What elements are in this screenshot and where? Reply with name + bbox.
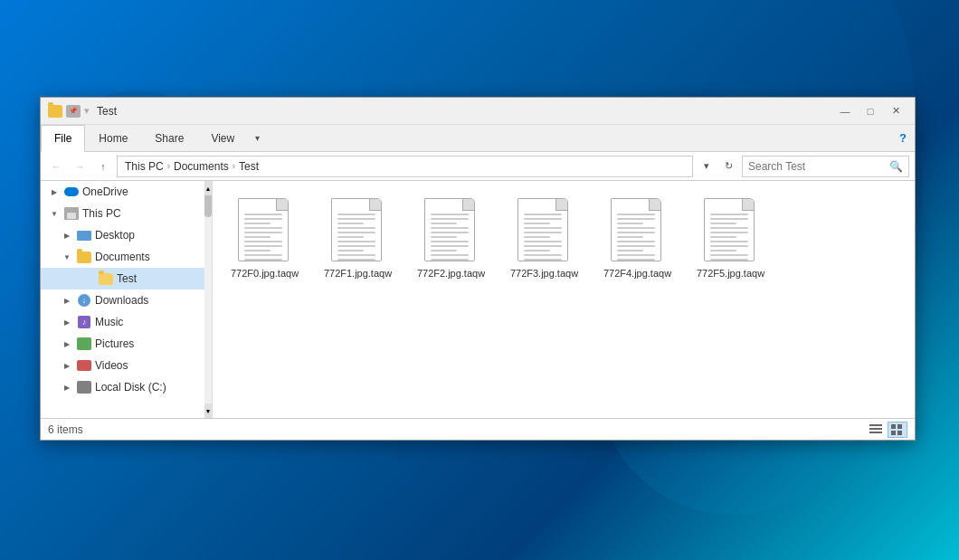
expand-arrow-thispc: ▼ (48, 207, 61, 220)
file-name-1: 772F1.jpg.taqw (324, 267, 392, 280)
sidebar-label-videos: Videos (95, 359, 128, 372)
sidebar-label-onedrive: OneDrive (82, 185, 128, 198)
address-bar: ← → ↑ This PC › Documents › Test ▾ ↻ 🔍 (41, 152, 915, 181)
sidebar: ▲ ▼ ▶ OneDrive ▼ This PC ▶ (41, 181, 213, 418)
expand-arrow-documents: ▼ (61, 251, 73, 263)
maximize-button[interactable]: □ (859, 102, 882, 120)
sidebar-item-music[interactable]: ▶ ♪ Music (41, 311, 212, 333)
path-segment-test[interactable]: Test (237, 160, 261, 173)
path-segment-documents[interactable]: Documents (172, 160, 231, 173)
address-actions: ▾ ↻ (697, 157, 738, 176)
expand-arrow-pictures: ▶ (61, 337, 73, 350)
file-icon-1 (331, 198, 385, 263)
svg-rect-5 (891, 431, 896, 435)
file-item-4[interactable]: 772F4.jpg.taqw (594, 190, 680, 284)
path-sep-2: › (233, 161, 235, 171)
onedrive-icon (64, 185, 79, 199)
sidebar-label-desktop: Desktop (95, 229, 135, 242)
file-name-4: 772F4.jpg.taqw (603, 267, 671, 280)
videos-icon (77, 358, 91, 373)
svg-rect-4 (897, 424, 902, 429)
file-item-5[interactable]: 772F5.jpg.taqw (688, 190, 774, 284)
sidebar-label-documents: Documents (95, 251, 150, 263)
sidebar-item-test[interactable]: ▶ Test (41, 268, 212, 289)
file-icon-0 (238, 198, 292, 263)
sidebar-item-videos[interactable]: ▶ Videos (41, 355, 212, 376)
sidebar-label-localdisk: Local Disk (C:) (95, 381, 166, 394)
documents-icon (77, 250, 91, 264)
path-segment-thispc[interactable]: This PC (123, 160, 166, 173)
tab-share[interactable]: Share (141, 125, 197, 151)
address-path[interactable]: This PC › Documents › Test (117, 156, 693, 177)
expand-arrow-desktop: ▶ (61, 229, 73, 242)
downloads-icon: ↓ (77, 293, 91, 308)
window-controls: — □ ✕ (833, 102, 907, 120)
sidebar-item-documents[interactable]: ▼ Documents (41, 246, 212, 268)
sidebar-item-localdisk[interactable]: ▶ Local Disk (C:) (41, 376, 212, 398)
tab-view[interactable]: View (197, 125, 248, 151)
test-folder-icon (99, 271, 113, 286)
tab-file[interactable]: File (41, 125, 85, 152)
thispc-icon (64, 206, 79, 221)
details-view-button[interactable] (866, 422, 886, 438)
sidebar-item-thispc[interactable]: ▼ This PC (41, 203, 212, 224)
file-item-0[interactable]: 772F0.jpg.taqw (222, 190, 308, 284)
search-box: 🔍 (742, 156, 909, 177)
status-bar: 6 items (41, 418, 915, 440)
title-bar-icons: 📌 ▾ (48, 105, 90, 118)
file-icon-2 (424, 198, 479, 263)
sidebar-label-test: Test (117, 272, 137, 285)
ribbon: File Home Share View ▾ ? (41, 125, 915, 152)
back-button[interactable]: ← (46, 157, 66, 176)
item-count: 6 items (48, 423, 83, 436)
scrollbar-track: ▲ ▼ (204, 181, 212, 418)
scroll-down-button[interactable]: ▼ (204, 403, 212, 418)
main-area: ▲ ▼ ▶ OneDrive ▼ This PC ▶ (41, 181, 915, 418)
sidebar-item-onedrive[interactable]: ▶ OneDrive (41, 181, 212, 203)
pictures-icon (77, 337, 91, 351)
large-icons-view-icon (891, 424, 904, 435)
close-button[interactable]: ✕ (884, 102, 907, 120)
svg-rect-1 (869, 428, 882, 430)
desktop-icon (77, 228, 91, 242)
file-item-1[interactable]: 772F1.jpg.taqw (315, 190, 401, 284)
svg-rect-3 (891, 424, 896, 429)
file-item-3[interactable]: 772F3.jpg.taqw (501, 190, 587, 284)
sidebar-label-thispc: This PC (82, 207, 121, 220)
content-area: 772F0.jpg.taqw (213, 181, 915, 418)
minimize-button[interactable]: — (833, 102, 857, 120)
sidebar-label-downloads: Downloads (95, 294, 148, 307)
sidebar-item-downloads[interactable]: ▶ ↓ Downloads (41, 289, 212, 311)
sidebar-item-pictures[interactable]: ▶ Pictures (41, 333, 212, 355)
details-view-icon (869, 424, 882, 435)
address-dropdown-button[interactable]: ▾ (697, 157, 717, 176)
localdisk-icon (77, 380, 91, 394)
search-input[interactable] (748, 160, 886, 173)
file-icon-4 (611, 198, 665, 263)
search-icon[interactable]: 🔍 (889, 160, 903, 173)
expand-arrow-downloads: ▶ (61, 294, 73, 307)
sidebar-label-pictures: Pictures (95, 337, 134, 350)
sidebar-label-music: Music (95, 316, 123, 328)
expand-arrow-localdisk: ▶ (61, 381, 73, 394)
window-title: Test (97, 105, 833, 118)
ribbon-expand-arrow[interactable]: ▾ (248, 125, 266, 151)
svg-rect-2 (869, 432, 882, 433)
forward-button[interactable]: → (70, 157, 90, 176)
window-folder-icon (48, 105, 62, 118)
scroll-up-button[interactable]: ▲ (204, 181, 212, 195)
file-name-5: 772F5.jpg.taqw (697, 267, 764, 280)
tab-home[interactable]: Home (85, 125, 141, 151)
file-icon-5 (704, 198, 758, 263)
file-item-2[interactable]: 772F2.jpg.taqw (408, 190, 494, 284)
help-button[interactable]: ? (891, 125, 915, 151)
sidebar-item-desktop[interactable]: ▶ Desktop (41, 224, 212, 246)
large-icons-view-button[interactable] (888, 422, 907, 438)
title-separator: ▾ (84, 105, 90, 117)
music-icon: ♪ (77, 315, 91, 329)
view-buttons (866, 422, 907, 438)
expand-arrow-videos: ▶ (61, 359, 73, 372)
refresh-button[interactable]: ↻ (718, 157, 738, 176)
up-button[interactable]: ↑ (93, 157, 113, 176)
pin-icon: 📌 (66, 105, 81, 118)
